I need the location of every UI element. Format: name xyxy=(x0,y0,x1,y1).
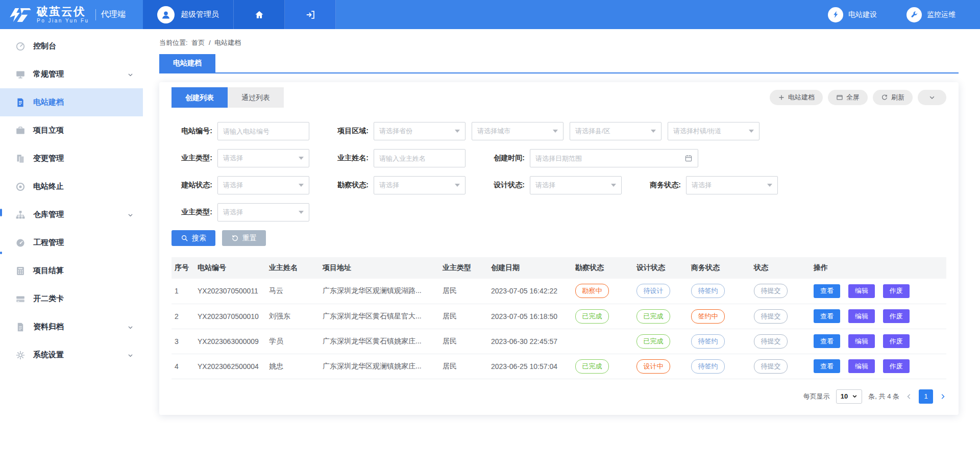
caret-down-icon xyxy=(611,184,616,189)
void-button[interactable]: 作废 xyxy=(883,309,910,323)
owner-type2-select[interactable]: 请选择 xyxy=(217,203,309,221)
view-button[interactable]: 查看 xyxy=(814,334,840,348)
breadcrumb-current: 电站建档 xyxy=(214,39,241,46)
caret-down-icon xyxy=(299,184,304,189)
business-status-select[interactable]: 请选择 xyxy=(686,176,778,194)
wrench-icon xyxy=(906,7,922,22)
table-header-row: 序号 电站编号 业主姓名 项目地址 业主类型 创建日期 勘察状态 设计状态 商务… xyxy=(172,257,946,279)
page-number-1[interactable]: 1 xyxy=(919,389,933,404)
nav-station-build-label: 电站建设 xyxy=(848,10,877,19)
avatar xyxy=(157,6,175,23)
page-size-select[interactable]: 10 xyxy=(836,389,862,404)
edit-button[interactable]: 编辑 xyxy=(848,334,875,348)
top-bar: 破茧云伏 Po Jian Yun Fu 代理端 超级管理员 xyxy=(0,0,980,29)
content-card: 创建列表 通过列表 电站建档 全屏 xyxy=(159,82,959,415)
province-select[interactable]: 请选择省份 xyxy=(374,122,465,140)
refresh-icon xyxy=(881,94,888,101)
edit-button[interactable]: 编辑 xyxy=(848,309,875,323)
fullscreen-button[interactable]: 全屏 xyxy=(828,90,868,105)
city-select[interactable]: 请选择城市 xyxy=(472,122,564,140)
design-status-select[interactable]: 请选择 xyxy=(530,176,622,194)
sidebar-item-system-settings[interactable]: 系统设置 xyxy=(0,341,143,369)
chevron-down-icon xyxy=(127,352,134,358)
table-row: 1 YX2023070500011 马云 广东深圳龙华区观澜镇观湖路... 居民… xyxy=(172,279,946,304)
business-status-badge: 待签约 xyxy=(691,334,725,349)
date-range-input-wrap xyxy=(530,149,698,167)
list-tabs: 创建列表 通过列表 xyxy=(172,87,284,108)
sidebar-item-general-mgmt[interactable]: 常规管理 xyxy=(0,60,143,88)
owner-name-input-wrap xyxy=(374,149,465,167)
view-button[interactable]: 查看 xyxy=(814,359,840,373)
sidebar-scrollbar[interactable] xyxy=(0,209,2,216)
fullscreen-icon xyxy=(836,94,843,101)
chevron-down-icon xyxy=(928,94,936,101)
logo-icon xyxy=(9,6,32,23)
county-select[interactable]: 请选择县/区 xyxy=(570,122,662,140)
main-content: 当前位置: 首页 / 电站建档 电站建档 创建列表 通过列表 电站建档 xyxy=(143,29,980,469)
page-tab-station-archive[interactable]: 电站建档 xyxy=(159,54,215,72)
app-root: 破茧云伏 Po Jian Yun Fu 代理端 超级管理员 xyxy=(0,0,980,469)
brand-subtitle: Po Jian Yun Fu xyxy=(37,18,89,24)
void-button[interactable]: 作废 xyxy=(883,359,910,373)
sidebar-item-change-mgmt[interactable]: 变更管理 xyxy=(0,144,143,172)
logo-text: 破茧云伏 Po Jian Yun Fu xyxy=(37,6,89,24)
design-status-badge: 已完成 xyxy=(636,309,670,324)
tab-underline xyxy=(159,72,959,73)
nav-station-build[interactable]: 电站建设 xyxy=(828,7,877,22)
build-status-select[interactable]: 请选择 xyxy=(217,176,309,194)
status-badge: 待提交 xyxy=(754,359,788,374)
reset-button[interactable]: 重置 xyxy=(222,230,266,246)
sidebar-item-station-archive[interactable]: 电站建档 xyxy=(0,88,143,116)
sidebar-item-type2-card[interactable]: 开二类卡 xyxy=(0,285,143,313)
sidebar-scrollbar[interactable] xyxy=(0,252,2,254)
search-button[interactable]: 搜索 xyxy=(172,230,215,246)
sidebar-item-dashboard[interactable]: 控制台 xyxy=(0,32,143,60)
tab-create-list[interactable]: 创建列表 xyxy=(172,87,228,108)
owner-type-select[interactable]: 请选择 xyxy=(217,149,309,167)
home-icon xyxy=(254,10,264,20)
caret-down-icon xyxy=(767,184,772,189)
edit-button[interactable]: 编辑 xyxy=(848,359,875,373)
sidebar-item-engineering-mgmt[interactable]: 工程管理 xyxy=(0,229,143,257)
sidebar-item-project-settlement[interactable]: 项目结算 xyxy=(0,257,143,285)
tab-passed-list[interactable]: 通过列表 xyxy=(228,87,284,108)
card-icon xyxy=(15,294,26,304)
sidebar-item-data-archive[interactable]: 资料归档 xyxy=(0,313,143,341)
brand-name: 破茧云伏 xyxy=(37,6,89,18)
nav-monitor-ops[interactable]: 监控运维 xyxy=(906,7,955,22)
sidebar-item-warehouse-mgmt[interactable]: 仓库管理 xyxy=(0,201,143,229)
create-station-button[interactable]: 电站建档 xyxy=(770,90,823,105)
owner-name-input[interactable] xyxy=(379,155,460,162)
edit-button[interactable]: 编辑 xyxy=(848,284,875,298)
station-code-input[interactable] xyxy=(223,128,304,135)
business-status-badge: 待签约 xyxy=(691,284,725,298)
next-page-icon[interactable] xyxy=(939,393,946,400)
town-select[interactable]: 请选择村镇/街道 xyxy=(668,122,760,140)
user-menu[interactable]: 超级管理员 xyxy=(143,0,234,29)
view-button[interactable]: 查看 xyxy=(814,284,840,298)
breadcrumb-home[interactable]: 首页 xyxy=(191,39,205,46)
date-range-input[interactable] xyxy=(535,155,684,162)
chevron-down-icon xyxy=(127,211,134,218)
survey-status-badge: 勘察中 xyxy=(575,284,609,298)
home-button[interactable] xyxy=(234,0,285,29)
calendar-icon xyxy=(684,154,693,162)
survey-status-badge: 已完成 xyxy=(575,309,609,324)
bolt-icon xyxy=(828,7,843,22)
refresh-button[interactable]: 刷新 xyxy=(873,90,913,105)
caret-down-icon xyxy=(749,130,754,135)
toolbar: 电站建档 全屏 刷新 xyxy=(770,90,946,105)
station-code-input-wrap xyxy=(217,122,309,140)
sidebar-item-project-initiation[interactable]: 项目立项 xyxy=(0,116,143,144)
void-button[interactable]: 作废 xyxy=(883,284,910,298)
survey-status-select[interactable]: 请选择 xyxy=(374,176,465,194)
sidebar-item-station-terminate[interactable]: 电站终止 xyxy=(0,172,143,201)
void-button[interactable]: 作废 xyxy=(883,334,910,348)
filter-form: 电站编号: 项目区域: 请选择省份 请选择城市 请选择县/区 请选择 xyxy=(172,122,946,221)
logout-button[interactable] xyxy=(285,0,336,29)
brand-logo: 破茧云伏 Po Jian Yun Fu 代理端 xyxy=(0,0,143,29)
prev-page-icon[interactable] xyxy=(905,393,913,400)
view-button[interactable]: 查看 xyxy=(814,309,840,323)
file-icon xyxy=(15,322,26,332)
collapse-button[interactable] xyxy=(918,90,946,105)
